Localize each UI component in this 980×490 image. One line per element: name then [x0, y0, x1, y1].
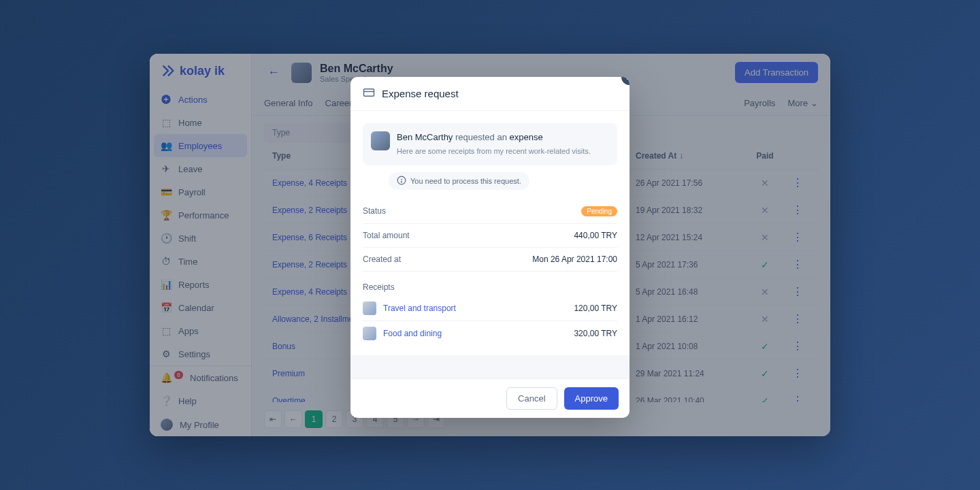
total-label: Total amount — [363, 231, 410, 240]
receipt-thumb-icon — [363, 327, 376, 340]
request-summary: Ben McCarthy requested an expense — [397, 131, 591, 144]
modal-header: Expense request — [350, 77, 630, 111]
total-value: 440,00 TRY — [574, 231, 617, 240]
created-row: Created at Mon 26 Apr 2021 17:00 — [363, 248, 617, 272]
receipts-title: Receipts — [363, 282, 617, 292]
modal-title: Expense request — [382, 88, 459, 99]
expense-request-modal: ✕ Expense request Ben McCarthy requested… — [350, 77, 630, 418]
status-label: Status — [363, 206, 386, 216]
receipt-thumb-icon — [363, 301, 376, 315]
receipt-amount: 120,00 TRY — [574, 304, 617, 313]
receipt-link[interactable]: Food and dining — [383, 329, 442, 338]
requester-avatar — [371, 131, 390, 150]
status-badge: Pending — [581, 206, 617, 216]
modal-footer: Cancel Approve — [350, 378, 630, 418]
requested-word: requested — [455, 132, 495, 142]
request-card: Ben McCarthy requested an expense Here a… — [363, 123, 617, 165]
card-icon — [363, 86, 375, 101]
request-description: Here are some receipts from my recent wo… — [397, 146, 591, 157]
expense-word: expense — [510, 132, 543, 142]
an-word: an — [497, 132, 506, 142]
receipt-amount: 320,00 TRY — [574, 329, 617, 338]
total-row: Total amount 440,00 TRY — [363, 224, 617, 248]
status-row: Status Pending — [363, 199, 617, 224]
process-hint-text: You need to process this request. — [410, 177, 521, 185]
receipt-row: Food and dining320,00 TRY — [363, 321, 617, 346]
app-window: kolay ik Actions ⬚Home👥Employees✈Leave💳P… — [150, 54, 830, 436]
approve-button[interactable]: Approve — [564, 387, 619, 410]
receipt-row: Travel and transport120,00 TRY — [363, 296, 617, 321]
svg-point-5 — [401, 181, 402, 182]
cancel-button[interactable]: Cancel — [506, 387, 557, 410]
requester-name: Ben McCarthy — [397, 132, 453, 142]
svg-rect-1 — [364, 89, 374, 97]
info-icon — [397, 176, 406, 186]
modal-body: Ben McCarthy requested an expense Here a… — [350, 111, 630, 346]
process-hint: You need to process this request. — [389, 172, 529, 190]
modal-gap — [350, 355, 630, 378]
modal-overlay: ✕ Expense request Ben McCarthy requested… — [150, 54, 830, 436]
created-label: Created at — [363, 255, 401, 264]
receipt-link[interactable]: Travel and transport — [383, 304, 456, 313]
created-value: Mon 26 Apr 2021 17:00 — [532, 255, 617, 264]
